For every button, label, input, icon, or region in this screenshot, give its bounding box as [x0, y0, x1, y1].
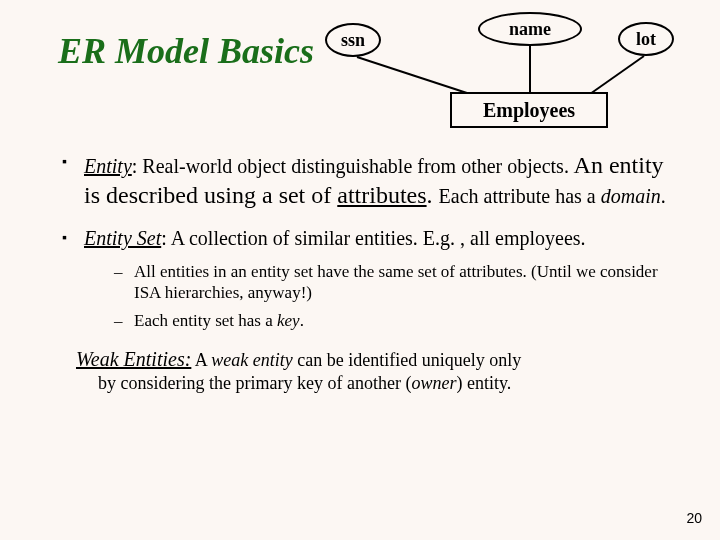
slide-title: ER Model Basics	[58, 30, 314, 72]
text: Real-world object distinguishable from o…	[142, 155, 569, 177]
attribute-name-label: name	[509, 19, 551, 40]
text: .	[661, 185, 666, 207]
text: Each entity set has a	[134, 311, 277, 330]
text: Each attribute has a	[439, 185, 601, 207]
text: A collection of similar entities. E.g. ,…	[171, 227, 586, 249]
svg-line-0	[357, 57, 470, 94]
text: can be identified uniquely only	[293, 350, 521, 370]
text: .	[300, 311, 304, 330]
term-key: key	[277, 311, 300, 330]
term-entity: Entity	[84, 155, 132, 177]
attribute-lot: lot	[618, 22, 674, 56]
text: .	[427, 182, 439, 208]
page-number: 20	[686, 510, 702, 526]
attribute-ssn: ssn	[325, 23, 381, 57]
text: ) entity.	[456, 373, 511, 393]
term-attributes: attributes	[337, 182, 426, 208]
subbullet-key: Each entity set has a key.	[118, 310, 680, 331]
attribute-lot-label: lot	[636, 29, 656, 50]
attribute-name: name	[478, 12, 582, 46]
term-owner: owner	[411, 373, 456, 393]
attribute-ssn-label: ssn	[341, 30, 365, 51]
text: by considering the primary key of anothe…	[98, 373, 411, 393]
term-entity-set: Entity Set	[84, 227, 161, 249]
text: A	[191, 350, 211, 370]
weak-entities-body: by considering the primary key of anothe…	[40, 372, 680, 395]
slide-body: Entity: Real-world object distinguishabl…	[40, 150, 680, 394]
subbullet-same-attrs: All entities in an entity set have the s…	[118, 261, 680, 304]
term-domain: domain	[601, 185, 661, 207]
entity-employees: Employees	[450, 92, 608, 128]
term-weak-entities: Weak Entities:	[76, 348, 191, 370]
sep: :	[132, 155, 143, 177]
sep: :	[161, 227, 170, 249]
bullet-entity: Entity: Real-world object distinguishabl…	[64, 150, 680, 210]
entity-employees-label: Employees	[483, 99, 575, 122]
term-weak-entity: weak entity	[211, 350, 292, 370]
weak-entities-heading: Weak Entities: A weak entity can be iden…	[40, 347, 680, 372]
bullet-entity-set: Entity Set: A collection of similar enti…	[64, 226, 680, 331]
svg-line-2	[590, 56, 644, 94]
